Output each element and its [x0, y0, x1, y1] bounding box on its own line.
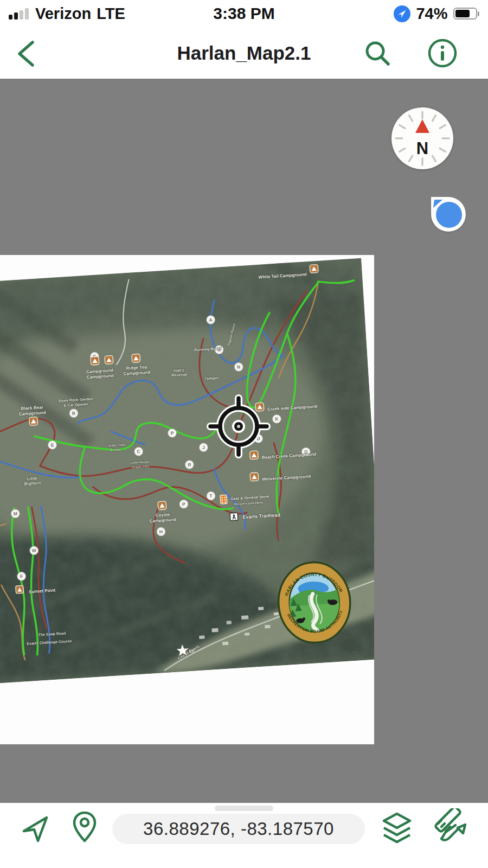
svg-text:D: D [256, 436, 260, 441]
svg-text:N: N [237, 364, 241, 369]
layers-icon[interactable] [380, 810, 414, 850]
svg-text:P: P [182, 501, 186, 507]
nav-bar: Harlan_Map2.1 [0, 27, 488, 79]
navigate-icon[interactable] [20, 813, 51, 846]
svg-text:B: B [72, 410, 76, 416]
info-icon[interactable] [427, 38, 458, 68]
locate-puck-icon[interactable] [431, 197, 466, 232]
measure-icon[interactable] [432, 808, 471, 850]
svg-text:J: J [202, 445, 206, 450]
pin-icon[interactable] [68, 809, 101, 847]
compass-needle-icon [415, 119, 429, 133]
campground-marker [250, 451, 259, 459]
campground-marker [132, 354, 140, 362]
status-bar: 3:38 PM Verizon LTE 74% [0, 0, 488, 27]
coordinates-pill[interactable]: 36.889276, -83.187570 [112, 814, 365, 844]
map-page: HARLAN COUNTY OUTDOOR RECREATION BOARD A… [0, 255, 374, 744]
store-marker [220, 495, 227, 504]
campground-marker [91, 356, 99, 365]
map-image: HARLAN COUNTY OUTDOOR RECREATION BOARD A… [0, 258, 374, 684]
coordinates-value: 36.889276, -83.187570 [143, 819, 334, 839]
search-icon[interactable] [362, 38, 393, 68]
svg-text:F: F [20, 573, 23, 579]
map-label: Bonsai [110, 448, 121, 451]
status-time: 3:38 PM [0, 4, 488, 23]
compass-widget[interactable]: N [391, 107, 453, 169]
svg-text:H: H [159, 529, 163, 534]
svg-text:W: W [31, 547, 37, 553]
drag-handle[interactable] [215, 806, 273, 811]
campground-marker [310, 264, 318, 273]
svg-text:R: R [188, 462, 191, 467]
map-label: Bighorn [24, 481, 41, 487]
map-viewport[interactable]: HARLAN COUNTY OUTDOOR RECREATION BOARD A… [0, 79, 488, 803]
campground-marker [255, 403, 264, 411]
svg-text:M: M [14, 511, 18, 516]
svg-text:A: A [209, 317, 213, 322]
bottom-toolbar: 36.889276, -83.187570 [0, 803, 488, 868]
trailhead-marker [230, 513, 238, 521]
campground-marker [250, 473, 259, 481]
compass-north-label: N [416, 139, 428, 158]
map-label: Hall's [174, 368, 184, 373]
svg-text:P: P [170, 430, 174, 436]
svg-text:E: E [50, 442, 54, 448]
page-title: Harlan_Map2.1 [0, 42, 488, 64]
campground-marker [158, 501, 166, 510]
app-screen: 3:38 PM Verizon LTE 74% Harlan_Map2.1 [0, 0, 488, 868]
svg-text:C: C [137, 449, 140, 454]
map-label: Coyote [155, 512, 170, 518]
campground-marker [105, 355, 113, 364]
poi-marker [16, 585, 24, 593]
campground-marker [29, 417, 38, 425]
